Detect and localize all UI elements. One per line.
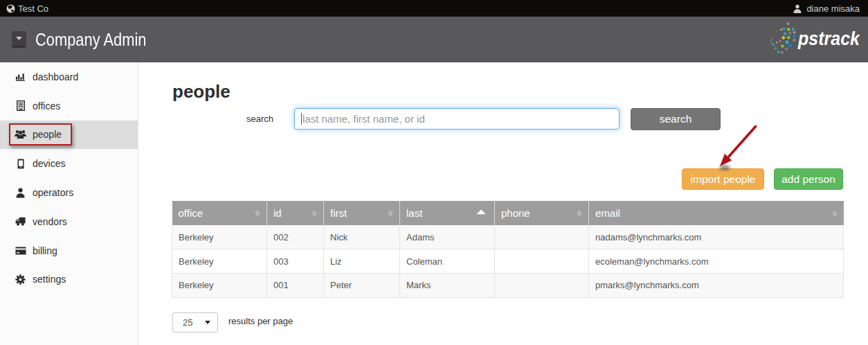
svg-text:pstrack: pstrack [797, 28, 860, 49]
